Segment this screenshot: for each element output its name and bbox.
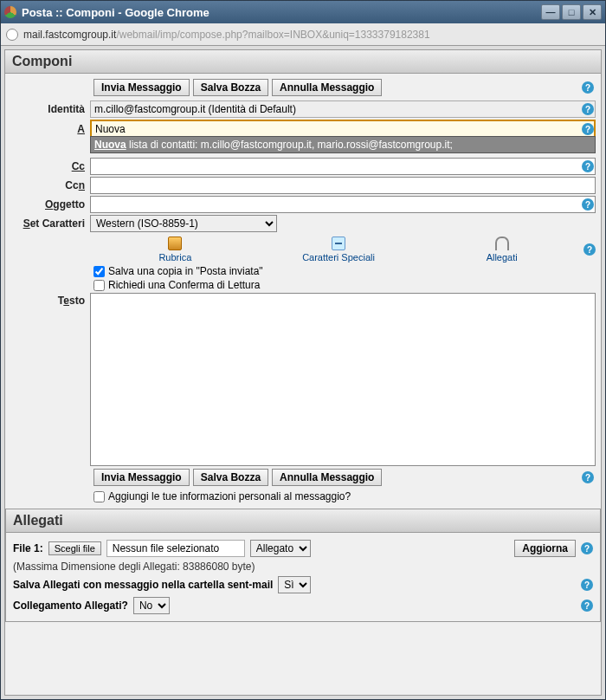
special-chars-icon — [332, 237, 345, 250]
update-attachments-button[interactable]: Aggiorna — [514, 540, 576, 557]
content-area: Componi Invia Messaggio Salva Bozza Annu… — [1, 46, 605, 699]
cancel-button-top[interactable]: Annulla Messaggio — [272, 79, 382, 96]
top-action-row: Invia Messaggio Salva Bozza Annulla Mess… — [10, 77, 596, 100]
toolbar-icons-row: Rubrica Caratteri Speciali Allegati ? — [10, 233, 596, 264]
compose-header: Componi — [5, 50, 601, 74]
file-name-display: Nessun file selezionato — [106, 540, 245, 557]
globe-icon — [6, 29, 18, 41]
read-receipt-label: Richiedi una Conferma di Lettura — [108, 279, 260, 291]
chrome-icon — [4, 6, 16, 18]
url-text: mail.fastcomgroup.it/webmail/imp/compose… — [23, 29, 430, 41]
bcc-input[interactable] — [90, 177, 596, 194]
file1-label: File 1: — [13, 542, 43, 554]
cancel-button-bottom[interactable]: Annulla Messaggio — [272, 469, 382, 486]
to-label: A — [10, 123, 90, 135]
to-row: A Nuova lista di contatti: m.cillo@fastc… — [10, 119, 596, 139]
save-draft-button-bottom[interactable]: Salva Bozza — [193, 469, 268, 486]
send-button-bottom[interactable]: Invia Messaggio — [93, 469, 190, 486]
choose-file-button[interactable]: Scegli file — [48, 541, 101, 555]
cc-row: Cc ? — [10, 157, 596, 176]
help-icon[interactable]: ? — [582, 471, 594, 483]
identity-value[interactable]: m.cillo@fastcomgroup.it (Identità di Def… — [90, 100, 596, 118]
help-icon[interactable]: ? — [582, 198, 594, 211]
save-sent-row: Salva Allegati con messaggio nella carte… — [13, 574, 593, 595]
send-button-top[interactable]: Invia Messaggio — [93, 79, 190, 96]
link-attach-row: Collegamento Allegati? No ? — [13, 595, 593, 616]
charset-label: Set Caratteri — [10, 217, 90, 230]
attachments-panel: Allegati File 1: Scegli file Nessun file… — [5, 509, 601, 622]
help-icon[interactable]: ? — [582, 81, 594, 94]
append-info-label: Aggiungi le tue informazioni personali a… — [108, 490, 351, 502]
help-icon[interactable]: ? — [581, 600, 593, 612]
help-icon[interactable]: ? — [582, 123, 594, 135]
identity-label: Identità — [10, 103, 90, 115]
help-icon[interactable]: ? — [581, 542, 593, 554]
save-sent-select[interactable]: Sì — [278, 576, 311, 593]
maximize-button[interactable]: □ — [562, 4, 581, 20]
link-attach-select[interactable]: No — [133, 597, 170, 614]
save-draft-button-top[interactable]: Salva Bozza — [193, 79, 268, 96]
save-sent-label: Salva Allegati con messaggio nella carte… — [13, 579, 273, 591]
charset-row: Set Caratteri Western (ISO-8859-1) — [10, 214, 596, 233]
help-icon[interactable]: ? — [581, 579, 593, 591]
minimize-button[interactable]: — — [541, 4, 560, 20]
file1-row: File 1: Scegli file Nessun file selezion… — [13, 538, 593, 559]
identity-row: Identità m.cillo@fastcomgroup.it (Identi… — [10, 100, 596, 119]
subject-input[interactable] — [90, 196, 596, 213]
subject-row: Oggetto ? — [10, 195, 596, 214]
attachments-header: Allegati — [6, 509, 600, 533]
compose-panel: Componi Invia Messaggio Salva Bozza Annu… — [4, 49, 602, 696]
help-icon[interactable]: ? — [583, 243, 596, 256]
special-chars-link[interactable]: Caratteri Speciali — [257, 237, 421, 262]
read-receipt-checkbox[interactable] — [93, 280, 105, 291]
save-copy-label: Salva una copia in "Posta inviata" — [108, 265, 263, 277]
browser-window: Posta :: Componi - Google Chrome — □ ✕ m… — [0, 0, 606, 700]
help-icon[interactable]: ? — [582, 160, 594, 172]
attachments-link[interactable]: Allegati — [420, 237, 583, 262]
addressbook-icon — [168, 237, 182, 250]
cc-label: Cc — [10, 160, 90, 172]
body-row: Testo — [10, 292, 596, 467]
charset-select[interactable]: Western (ISO-8859-1) — [90, 215, 277, 232]
address-bar[interactable]: mail.fastcomgroup.it/webmail/imp/compose… — [1, 23, 605, 46]
subject-label: Oggetto — [10, 198, 90, 211]
autocomplete-suggestion[interactable]: Nuova lista di contatti: m.cillo@fastcom… — [90, 136, 596, 153]
window-title: Posta :: Componi - Google Chrome — [22, 6, 210, 19]
link-attach-label: Collegamento Allegati? — [13, 600, 128, 612]
save-copy-checkbox[interactable] — [93, 266, 105, 277]
append-info-checkbox[interactable] — [93, 491, 105, 502]
cc-input[interactable] — [90, 158, 596, 175]
save-copy-row: Salva una copia in "Posta inviata" — [10, 264, 596, 278]
bcc-label: Ccn — [10, 179, 90, 191]
body-textarea[interactable] — [90, 293, 596, 466]
close-button[interactable]: ✕ — [583, 4, 602, 20]
append-info-row: Aggiungi le tue informazioni personali a… — [10, 489, 596, 503]
disposition-select[interactable]: Allegato — [250, 540, 311, 557]
help-icon[interactable]: ? — [582, 103, 594, 115]
titlebar: Posta :: Componi - Google Chrome — □ ✕ — [1, 1, 605, 23]
max-size-note: (Massima Dimensione degli Allegati: 8388… — [13, 559, 593, 574]
body-label: Testo — [10, 293, 90, 307]
read-receipt-row: Richiedi una Conferma di Lettura — [10, 278, 596, 292]
bcc-row: Ccn — [10, 176, 596, 195]
paperclip-icon — [495, 237, 509, 250]
bottom-action-row: Invia Messaggio Salva Bozza Annulla Mess… — [10, 467, 596, 489]
rubrica-link[interactable]: Rubrica — [93, 237, 257, 262]
